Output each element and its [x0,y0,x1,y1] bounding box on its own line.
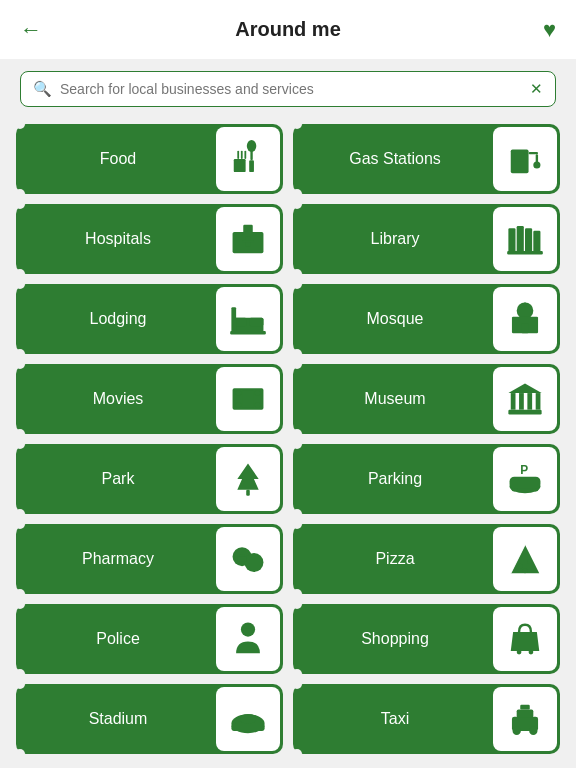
category-lodging[interactable]: Lodging [16,284,283,354]
category-mosque[interactable]: Mosque [293,284,560,354]
category-label-library: Library [305,230,493,248]
svg-point-55 [523,569,528,574]
svg-rect-63 [231,724,264,731]
category-label-parking: Parking [305,470,493,488]
svg-rect-39 [527,393,532,410]
category-label-museum: Museum [305,390,493,408]
category-pharmacy[interactable]: Pharmacy [16,524,283,594]
svg-rect-17 [517,226,524,253]
svg-rect-18 [525,228,532,253]
svg-rect-25 [230,331,266,335]
search-input[interactable] [60,81,530,97]
search-icon: 🔍 [33,80,52,98]
category-label-lodging: Lodging [28,310,216,328]
svg-point-33 [236,402,242,408]
svg-rect-35 [242,391,254,408]
app-header: ← Around me ♥ [0,0,576,59]
svg-rect-68 [520,705,530,710]
category-taxi[interactable]: Taxi [293,684,560,754]
category-icon-park [216,447,280,511]
svg-rect-28 [521,324,528,334]
svg-point-53 [518,564,523,569]
svg-rect-37 [511,393,516,410]
svg-rect-9 [529,152,539,154]
svg-rect-8 [514,153,525,161]
svg-rect-47 [510,477,541,489]
category-movies[interactable]: Movies [16,364,283,434]
svg-rect-0 [234,159,246,172]
clear-search-icon[interactable]: ✕ [530,80,543,98]
svg-point-31 [236,390,242,396]
category-icon-hospitals [216,207,280,271]
category-icon-shopping [493,607,557,671]
svg-point-34 [255,402,261,408]
category-label-pizza: Pizza [305,550,493,568]
category-label-police: Police [28,630,216,648]
category-icon-stadium [216,687,280,751]
category-icon-museum [493,367,557,431]
category-hospitals[interactable]: Hospitals [16,204,283,274]
svg-rect-3 [244,151,246,159]
category-icon-mosque [493,287,557,351]
category-label-pharmacy: Pharmacy [28,550,216,568]
svg-point-54 [527,559,532,564]
svg-rect-15 [242,240,254,242]
back-button[interactable]: ← [20,17,42,43]
svg-marker-42 [237,464,258,490]
svg-rect-6 [249,160,254,172]
svg-rect-13 [243,225,253,233]
favorites-button[interactable]: ♥ [543,17,556,43]
svg-rect-2 [241,151,243,159]
svg-point-50 [244,553,263,572]
svg-rect-57 [243,625,253,629]
svg-text:P: P [520,463,528,477]
category-label-mosque: Mosque [305,310,493,328]
category-pizza[interactable]: Pizza [293,524,560,594]
category-stadium[interactable]: Stadium [16,684,283,754]
category-label-stadium: Stadium [28,710,216,728]
category-library[interactable]: Library [293,204,560,274]
svg-point-32 [255,390,261,396]
category-icon-pharmacy [216,527,280,591]
svg-point-66 [513,727,521,735]
category-icon-lodging [216,287,280,351]
category-park[interactable]: Park [16,444,283,514]
svg-rect-20 [507,251,543,255]
category-label-hospitals: Hospitals [28,230,216,248]
svg-rect-1 [237,151,239,159]
svg-rect-52 [237,557,247,562]
category-label-food: Food [28,150,216,168]
category-icon-movies [216,367,280,431]
svg-point-11 [533,161,540,168]
category-label-shopping: Shopping [305,630,493,648]
category-label-taxi: Taxi [305,710,493,728]
svg-rect-24 [231,307,236,333]
svg-point-5 [247,140,257,152]
svg-rect-23 [249,318,263,326]
category-icon-library [493,207,557,271]
svg-rect-65 [517,710,534,718]
category-food[interactable]: Food [16,124,283,194]
svg-rect-29 [524,302,526,307]
category-police[interactable]: Police [16,604,283,674]
svg-rect-40 [536,393,541,410]
category-label-movies: Movies [28,390,216,408]
category-icon-gas-stations [493,127,557,191]
categories-grid: FoodGas StationsHospitalsLibraryLodgingM… [0,119,576,768]
category-icon-taxi [493,687,557,751]
category-shopping[interactable]: Shopping [293,604,560,674]
category-icon-police [216,607,280,671]
svg-marker-36 [508,384,541,394]
category-parking[interactable]: ParkingP [293,444,560,514]
category-museum[interactable]: Museum [293,364,560,434]
svg-point-58 [517,650,522,655]
search-bar: 🔍 ✕ [20,71,556,107]
svg-rect-43 [246,490,250,496]
category-label-park: Park [28,470,216,488]
category-icon-pizza [493,527,557,591]
svg-point-56 [241,622,255,636]
category-gas-stations[interactable]: Gas Stations [293,124,560,194]
svg-rect-41 [508,410,541,415]
svg-point-59 [529,650,534,655]
svg-point-62 [240,714,257,724]
